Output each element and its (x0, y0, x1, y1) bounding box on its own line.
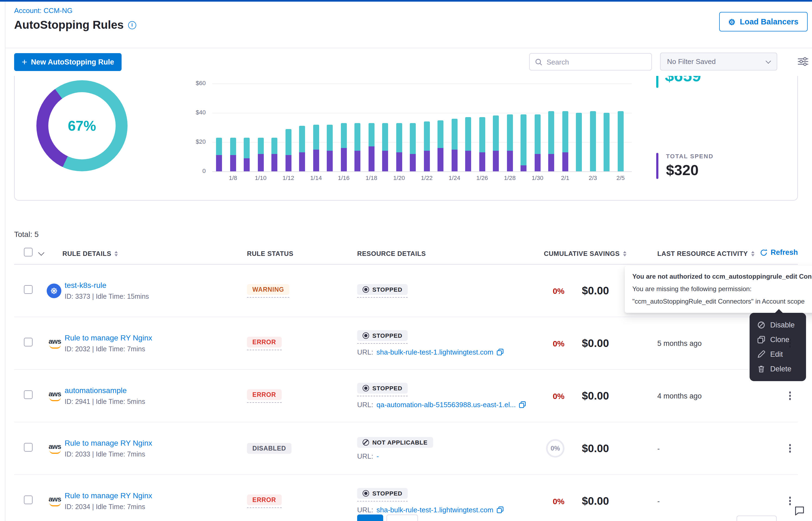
column-last-resource-activity[interactable]: LAST RESOURCE ACTIVITY (657, 250, 754, 257)
not-applicable-icon (363, 439, 369, 445)
row-menu-icon[interactable] (787, 495, 793, 507)
info-icon[interactable] (128, 21, 136, 29)
context-menu-item-edit[interactable]: Edit (750, 347, 806, 362)
chat-launcher-icon[interactable] (794, 505, 806, 519)
refresh-button[interactable]: Refresh (760, 248, 798, 256)
rule-meta: ID: 2032 | Idle Time: 7mins (65, 345, 247, 353)
load-balancers-button[interactable]: ⚙ Load Balancers (719, 12, 808, 31)
aws-smile-icon (49, 502, 61, 506)
stacked-bar (216, 138, 222, 171)
refresh-icon (760, 249, 767, 256)
pagination-next-page[interactable] (386, 515, 418, 521)
rule-name-link[interactable]: test-k8s-rule (65, 281, 247, 290)
rule-meta: ID: 2941 | Idle Time: 5mins (65, 398, 247, 406)
column-rule-details[interactable]: RULE DETAILS (62, 250, 118, 257)
search-input[interactable] (543, 57, 651, 66)
row-menu-icon[interactable] (787, 389, 793, 402)
copy-icon[interactable] (519, 401, 526, 408)
context-menu-item-clone[interactable]: Clone (750, 332, 806, 347)
rule-meta: ID: 2034 | Idle Time: 7mins (65, 503, 247, 511)
resource-url-link[interactable]: sha-bulk-rule-test-1.lightwingtest.com (377, 506, 493, 514)
savings-percent: 0% (546, 439, 564, 458)
resource-state-badge: STOPPED (357, 330, 408, 341)
stacked-bar (590, 111, 596, 171)
chart-y-axis: $60$40$200 (177, 84, 206, 171)
sort-icon[interactable] (751, 251, 754, 256)
rule-name-link[interactable]: automationsample (65, 386, 247, 395)
last-activity: - (657, 497, 782, 505)
row-checkbox[interactable] (24, 443, 33, 452)
stacked-bar (521, 114, 527, 171)
saved-filter-dropdown[interactable]: No Filter Saved (660, 52, 777, 70)
stacked-bar (618, 111, 624, 171)
context-menu-item-disable[interactable]: Disable (750, 318, 806, 332)
rule-meta: ID: 3373 | Idle Time: 15mins (65, 293, 247, 300)
stacked-bar (244, 138, 250, 171)
table-row: aws Rule to manage RY Nginx ID: 2034 | I… (14, 475, 798, 521)
select-menu-chevron-icon[interactable] (38, 250, 44, 256)
context-menu-item-delete[interactable]: Delete (750, 362, 806, 376)
sort-icon[interactable] (114, 251, 118, 256)
row-checkbox[interactable] (24, 496, 33, 504)
rule-status-badge: DISABLED (247, 443, 292, 454)
savings-amount: $0.00 (565, 337, 657, 349)
resource-url-link[interactable]: sha-bulk-rule-test-1.lightwingtest.com (377, 348, 493, 356)
stacked-bar (576, 113, 582, 171)
resource-url: URL: qa-automation-alb-515563988.us-east… (357, 401, 544, 409)
stacked-bar (452, 119, 457, 171)
aws-smile-icon (49, 344, 61, 348)
column-cumulative-savings[interactable]: CUMULATIVE SAVINGS (544, 250, 626, 257)
new-autostopping-rule-button[interactable]: + New AutoStopping Rule (14, 53, 122, 71)
savings-amount: $0.00 (565, 495, 657, 507)
aws-smile-icon (49, 397, 61, 401)
total-savings-accent (656, 76, 658, 88)
total-spend-value: $320 (666, 162, 713, 179)
last-activity: 4 months ago (657, 392, 782, 400)
aws-smile-icon (49, 450, 61, 453)
stacked-bar (507, 114, 513, 171)
stacked-bar (313, 124, 319, 171)
aws-icon: aws (47, 496, 63, 506)
total-spend-label: TOTAL SPEND (666, 153, 713, 159)
stacked-bar (466, 117, 471, 171)
stacked-bar (562, 111, 568, 171)
copy-icon[interactable] (497, 506, 504, 514)
sort-icon[interactable] (623, 251, 626, 256)
row-context-menu-items: DisableCloneEditDelete (750, 318, 806, 376)
donut-chart: 67% (36, 80, 128, 171)
savings-percent: 0% (553, 286, 564, 295)
row-checkbox[interactable] (24, 390, 33, 399)
resource-url: URL: sha-bulk-rule-test-1.lightwingtest.… (357, 506, 544, 514)
stacked-bar (396, 123, 402, 171)
resource-url-link[interactable]: - (377, 452, 379, 460)
account-breadcrumb[interactable]: Account: CCM-NG (14, 6, 72, 15)
rule-name-link[interactable]: Rule to manage RY Nginx (65, 491, 247, 500)
pagination-page-size[interactable] (736, 516, 777, 521)
rule-status-badge: ERROR (247, 389, 281, 400)
filter-panel-icon[interactable] (798, 57, 808, 68)
total-count: Total: 5 (14, 230, 798, 239)
search-icon (535, 58, 543, 66)
resource-url-link[interactable]: qa-automation-alb-515563988.us-east-1.el… (377, 401, 516, 409)
search-box[interactable] (529, 53, 652, 70)
copy-icon[interactable] (497, 348, 504, 356)
rule-name-link[interactable]: Rule to manage RY Nginx (65, 438, 247, 447)
row-checkbox[interactable] (24, 338, 33, 346)
resource-state-badge: STOPPED (357, 284, 408, 295)
rule-name-link[interactable]: Rule to manage RY Nginx (65, 334, 247, 342)
stopped-icon (363, 332, 369, 339)
select-all-checkbox[interactable] (24, 248, 33, 256)
rule-meta: ID: 2033 | Idle Time: 7mins (65, 451, 247, 458)
stacked-bar (258, 138, 264, 171)
table-row: aws Rule to manage RY Nginx ID: 2032 | I… (14, 317, 798, 370)
resource-state-badge: NOT APPLICABLE (357, 437, 433, 448)
pagination-current-page[interactable] (357, 515, 383, 521)
row-checkbox[interactable] (24, 285, 33, 294)
stacked-bar (285, 129, 292, 171)
aws-icon: aws (47, 443, 63, 453)
permission-tooltip: You are not authorized to ccm_autostoppi… (625, 266, 812, 313)
total-spend-accent (656, 153, 658, 179)
rule-status-badge: ERROR (247, 336, 281, 347)
row-menu-icon[interactable] (787, 442, 793, 455)
kubernetes-icon (47, 283, 61, 298)
